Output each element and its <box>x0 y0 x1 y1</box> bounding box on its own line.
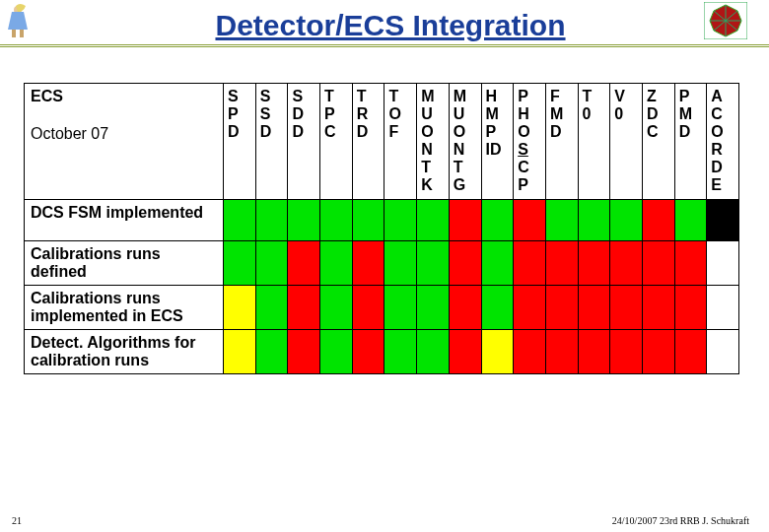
col-header-char: R <box>357 105 384 123</box>
status-cell <box>642 241 674 286</box>
status-cell <box>224 200 256 241</box>
col-header-char: P <box>228 105 255 123</box>
col-header-tpc: TPC <box>320 84 353 200</box>
status-cell <box>707 330 739 374</box>
col-header-char: T <box>324 88 352 105</box>
col-header-hmpid: HMPID <box>481 84 514 200</box>
column-header-row: ECS October 07 SPDSSDSDDTPCTRDTOFMUONTKM… <box>25 84 739 200</box>
col-header-acorde: ACORDE <box>707 84 739 200</box>
col-header-fmd: FMD <box>545 84 578 200</box>
status-cell <box>642 200 674 241</box>
col-header-sub-char: C <box>518 159 545 176</box>
alice-figure-icon <box>6 2 45 39</box>
status-cell <box>224 241 256 286</box>
svg-rect-3 <box>20 30 24 37</box>
col-header-char: C <box>324 123 352 141</box>
status-cell <box>707 200 739 241</box>
status-cell <box>481 330 514 374</box>
row-label: Calibrations runs implemented in ECS <box>25 286 224 330</box>
col-header-char: C <box>711 105 738 123</box>
status-cell <box>707 241 739 286</box>
col-header-char: O <box>421 123 449 141</box>
col-header-pmd: PMD <box>674 84 707 200</box>
status-cell <box>288 286 320 330</box>
col-header-char: M <box>679 105 707 123</box>
col-header-char: F <box>550 88 578 105</box>
status-cell <box>352 200 384 241</box>
status-cell <box>449 330 481 374</box>
page-title: Detector/ECS Integration <box>12 9 769 44</box>
table-row: DCS FSM implemented <box>25 200 739 241</box>
status-cell <box>545 286 578 330</box>
table-row: Calibrations runs defined <box>25 241 739 286</box>
status-cell <box>481 286 514 330</box>
footer-text: 24/10/2007 23rd RRB J. Schukraft <box>612 515 749 526</box>
col-header-char: H <box>518 105 545 123</box>
row-label: DCS FSM implemented <box>25 200 224 241</box>
col-header-char: P <box>324 105 352 123</box>
status-cell <box>674 200 707 241</box>
col-header-char: M <box>454 88 481 105</box>
status-cell <box>384 286 417 330</box>
slide: Detector/ECS Integration ECS October 07 … <box>0 0 769 532</box>
col-header-char: O <box>518 123 545 141</box>
col-header-char: D <box>292 123 319 141</box>
col-header-char: D <box>679 123 707 141</box>
col-header-char: F <box>388 123 416 141</box>
col-header-t0: T0 <box>578 84 610 200</box>
col-header-char: M <box>421 88 449 105</box>
col-header-ssd: SSD <box>255 84 288 200</box>
col-header-char: Z <box>647 88 674 105</box>
status-cell <box>255 241 288 286</box>
col-header-char: P <box>486 123 514 141</box>
col-header-char: U <box>454 105 481 123</box>
corner-header: ECS October 07 <box>25 84 224 200</box>
col-header-char: P <box>679 88 707 105</box>
status-cell <box>578 200 610 241</box>
col-header-char: D <box>228 123 255 141</box>
col-header-char: O <box>454 123 481 141</box>
col-header-char: V <box>614 88 642 105</box>
col-header-muontk: MUONTK <box>417 84 450 200</box>
col-header-sub-char: G <box>454 176 481 194</box>
status-cell <box>288 241 320 286</box>
col-header-phoscp: PHOSCP <box>514 84 546 200</box>
col-header-char: O <box>711 123 738 141</box>
status-cell <box>514 286 546 330</box>
status-cell <box>674 286 707 330</box>
status-cell <box>674 330 707 374</box>
col-header-zdc: ZDC <box>642 84 674 200</box>
col-header-char: M <box>550 105 578 123</box>
col-header-char: T <box>357 88 384 105</box>
status-cell <box>352 286 384 330</box>
status-cell <box>417 330 450 374</box>
col-header-char: 0 <box>614 105 642 123</box>
col-header-sub-char: T <box>454 159 481 176</box>
col-header-char: D <box>260 123 288 141</box>
status-cell <box>481 200 514 241</box>
col-header-sub-char: P <box>518 176 545 194</box>
col-header-char: D <box>647 105 674 123</box>
col-header-char: P <box>518 88 545 105</box>
status-cell <box>352 330 384 374</box>
col-header-char: R <box>711 141 738 159</box>
status-cell <box>578 241 610 286</box>
col-header-char: S <box>260 105 288 123</box>
row-label: Detect. Algorithms for calibration runs <box>25 330 224 374</box>
status-cell <box>642 286 674 330</box>
col-header-char: S <box>292 88 319 105</box>
status-cell <box>320 241 353 286</box>
col-header-char: A <box>711 88 738 105</box>
status-cell <box>642 330 674 374</box>
status-cell <box>255 200 288 241</box>
status-matrix: ECS October 07 SPDSSDSDDTPCTRDTOFMUONTKM… <box>24 83 739 374</box>
corner-label-bottom: October 07 <box>31 125 217 143</box>
status-cell <box>417 200 450 241</box>
col-header-char: N <box>421 141 449 159</box>
status-cell <box>384 330 417 374</box>
status-cell <box>320 200 353 241</box>
status-cell <box>320 330 353 374</box>
status-cell <box>417 286 450 330</box>
col-header-muontg: MUONTG <box>449 84 481 200</box>
slide-number: 21 <box>12 515 22 526</box>
